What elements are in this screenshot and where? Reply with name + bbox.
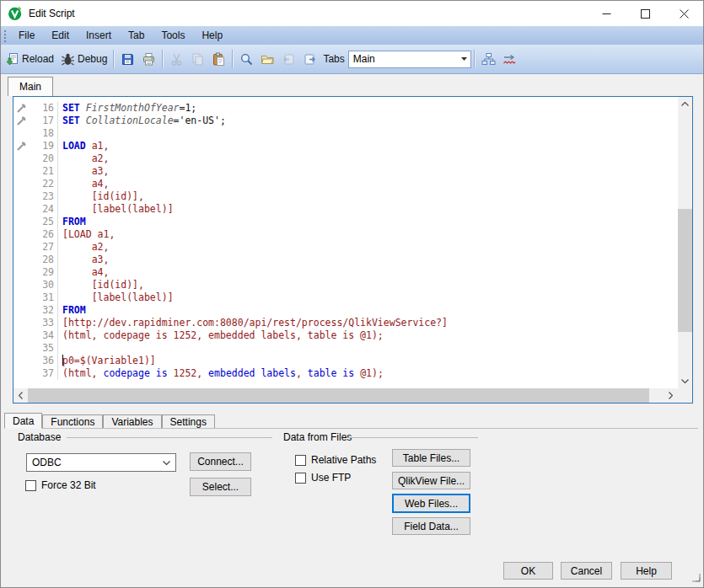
copy-button — [187, 50, 208, 69]
panel-tab-functions[interactable]: Functions — [42, 414, 103, 428]
code-line: 32FROM — [13, 304, 678, 317]
script-editor: 16SET FirstMonthOfYear=1;17SET Collation… — [13, 96, 693, 404]
code-line: 28 a3, — [13, 254, 678, 266]
select-button-label: Select... — [202, 481, 239, 493]
horizontal-scroll-thumb[interactable] — [28, 388, 649, 403]
field-data-button[interactable]: Field Data... — [392, 517, 470, 535]
scroll-down-button[interactable] — [678, 374, 692, 388]
maximize-button[interactable] — [626, 1, 664, 26]
open-file-icon — [261, 52, 275, 67]
cut-icon — [169, 52, 184, 67]
scroll-right-button[interactable] — [664, 388, 678, 403]
vertical-scroll-thumb[interactable] — [678, 209, 692, 332]
menu-item-help[interactable]: Help — [193, 27, 231, 44]
script-statement-marker-icon — [16, 103, 27, 114]
combo-chevron-icon[interactable] — [157, 461, 175, 465]
force-32bit-box[interactable] — [25, 480, 36, 491]
ok-button-label: OK — [521, 565, 535, 577]
panel-tab-variables[interactable]: Variables — [103, 414, 161, 428]
code-text: a4, — [58, 266, 109, 279]
code-line: 30 [id(id)], — [13, 279, 678, 291]
cut-button — [166, 50, 187, 69]
tab-selector-arrow[interactable] — [458, 51, 470, 67]
code-text: a3, — [58, 254, 109, 266]
use-ftp-box[interactable] — [295, 473, 306, 484]
code-line: 19LOAD a1, — [13, 140, 678, 152]
code-line: 33[http://dev.rapidminer.com:8080/api/re… — [13, 317, 678, 329]
use-ftp-checkbox[interactable]: Use FTP — [295, 472, 351, 484]
debug-icon — [61, 52, 75, 67]
close-button[interactable] — [664, 1, 703, 26]
line-number: 35 — [30, 342, 58, 355]
open-file-button[interactable] — [257, 50, 278, 69]
database-type-select[interactable]: ODBC — [26, 453, 176, 472]
code-text: LOAD a1, — [58, 140, 109, 152]
code-line: 34(html, codepage is 1252, embedded labe… — [13, 329, 678, 342]
code-text: a2, — [58, 241, 109, 254]
panel-tab-strip: DataFunctionsVariablesSettings — [4, 413, 698, 429]
ok-button[interactable]: OK — [503, 562, 553, 580]
code-area[interactable]: 16SET FirstMonthOfYear=1;17SET Collation… — [13, 97, 678, 388]
paste-icon — [212, 52, 226, 67]
line-number: 24 — [30, 203, 58, 216]
force-32bit-checkbox[interactable]: Force 32 Bit — [25, 479, 96, 491]
panel-tab-data[interactable]: Data — [4, 413, 42, 429]
code-line: 22 a4, — [13, 178, 678, 190]
debug-button-label: Debug — [78, 53, 107, 65]
select-button[interactable]: Select... — [190, 478, 251, 496]
cancel-button[interactable]: Cancel — [561, 562, 612, 580]
print-button[interactable] — [138, 50, 159, 69]
resize-grip[interactable] — [691, 570, 701, 585]
connect-button[interactable]: Connect... — [190, 452, 251, 471]
qlikview-file-button[interactable]: QlikView File... — [392, 472, 470, 489]
save-button[interactable] — [117, 50, 138, 69]
code-text: [id(id)], — [58, 190, 144, 203]
debug-button[interactable]: Debug — [57, 50, 110, 69]
check-script-button[interactable] — [499, 50, 520, 69]
code-line: 21 a3, — [13, 165, 678, 178]
web-files-button[interactable]: Web Files... — [392, 494, 470, 513]
marker-gutter — [13, 329, 30, 342]
marker-gutter — [13, 317, 30, 329]
files-group-label: Data from Files — [283, 431, 352, 443]
relative-paths-box[interactable] — [295, 455, 306, 466]
scroll-left-button[interactable] — [13, 388, 28, 403]
prev-tab-button — [278, 50, 299, 69]
file-buttons: Table Files...QlikView File...Web Files.… — [392, 449, 470, 540]
marker-gutter — [13, 266, 30, 279]
save-icon — [121, 52, 135, 67]
line-number: 25 — [30, 216, 58, 228]
menu-item-tools[interactable]: Tools — [153, 27, 193, 44]
tab-selector[interactable]: Main — [348, 51, 471, 68]
help-button[interactable]: Help — [621, 562, 672, 580]
menu-item-file[interactable]: File — [10, 27, 43, 44]
vertical-scrollbar[interactable] — [678, 97, 692, 388]
paste-button[interactable] — [208, 50, 229, 69]
code-text: SET FirstMonthOfYear=1; — [58, 102, 196, 115]
script-statement-marker-icon — [16, 115, 27, 126]
tab-main-label: Main — [19, 81, 41, 93]
code-line: 27 a2, — [13, 241, 678, 254]
line-number: 33 — [30, 317, 58, 329]
menu-bar-items: FileEditInsertTabToolsHelp — [10, 27, 231, 44]
reload-button[interactable]: Reload — [2, 50, 57, 69]
force-32bit-label: Force 32 Bit — [41, 479, 96, 491]
tab-main[interactable]: Main — [8, 77, 53, 96]
table-files-button[interactable]: Table Files... — [392, 449, 470, 467]
panel-tab-settings[interactable]: Settings — [162, 414, 215, 428]
relative-paths-checkbox[interactable]: Relative Paths — [295, 454, 376, 466]
marker-gutter — [13, 115, 30, 127]
menu-item-insert[interactable]: Insert — [78, 27, 120, 44]
line-number: 30 — [30, 279, 58, 291]
table-viewer-button[interactable] — [478, 50, 499, 69]
horizontal-scrollbar[interactable] — [13, 388, 678, 403]
menu-drag-handle[interactable] — [3, 29, 7, 42]
menu-item-tab[interactable]: Tab — [120, 27, 153, 44]
line-number: 28 — [30, 254, 58, 266]
menu-item-edit[interactable]: Edit — [43, 27, 78, 44]
next-tab-button[interactable] — [299, 50, 320, 69]
minimize-button[interactable] — [587, 1, 626, 26]
toolbar-separator — [162, 50, 164, 68]
find-button[interactable] — [236, 50, 257, 69]
scroll-up-button[interactable] — [678, 97, 692, 111]
